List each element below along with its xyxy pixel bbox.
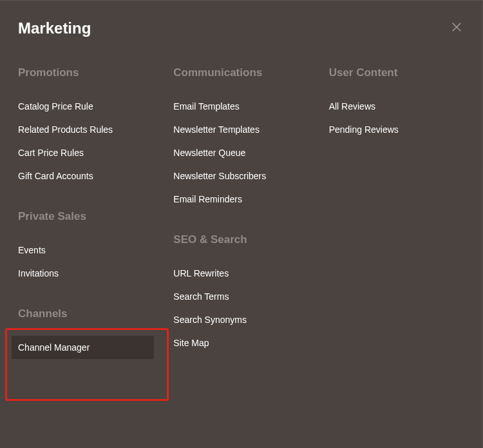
menu-item-events[interactable]: Events bbox=[18, 239, 154, 262]
section-heading-channels: Channels bbox=[18, 307, 154, 320]
menu-item-gift-card-accounts[interactable]: Gift Card Accounts bbox=[18, 164, 154, 188]
section-seo-search: SEO & Search URL Rewrites Search Terms S… bbox=[173, 233, 309, 355]
section-user-content: User Content All Reviews Pending Reviews bbox=[329, 66, 465, 141]
menu-item-search-terms[interactable]: Search Terms bbox=[173, 285, 309, 308]
menu-item-newsletter-templates[interactable]: Newsletter Templates bbox=[173, 118, 309, 141]
close-button[interactable] bbox=[448, 19, 465, 37]
menu-item-email-templates[interactable]: Email Templates bbox=[173, 95, 309, 118]
section-heading-private-sales: Private Sales bbox=[18, 210, 154, 223]
menu-item-all-reviews[interactable]: All Reviews bbox=[329, 95, 465, 118]
section-heading-communications: Communications bbox=[173, 66, 309, 79]
menu-item-search-synonyms[interactable]: Search Synonyms bbox=[173, 308, 309, 331]
panel-title: Marketing bbox=[18, 19, 91, 37]
section-heading-seo-search: SEO & Search bbox=[173, 233, 309, 246]
menu-item-catalog-price-rule[interactable]: Catalog Price Rule bbox=[18, 95, 154, 118]
close-icon bbox=[451, 21, 462, 33]
menu-columns: Promotions Catalog Price Rule Related Pr… bbox=[18, 66, 465, 382]
column-left: Promotions Catalog Price Rule Related Pr… bbox=[18, 66, 154, 382]
menu-item-site-map[interactable]: Site Map bbox=[173, 331, 309, 355]
menu-item-url-rewrites[interactable]: URL Rewrites bbox=[173, 262, 309, 285]
menu-item-newsletter-queue[interactable]: Newsletter Queue bbox=[173, 141, 309, 164]
panel-header: Marketing bbox=[18, 19, 465, 37]
menu-item-email-reminders[interactable]: Email Reminders bbox=[173, 188, 309, 211]
column-right: User Content All Reviews Pending Reviews bbox=[329, 66, 465, 382]
section-channels: Channels Channel Manager bbox=[18, 307, 154, 359]
menu-item-cart-price-rules[interactable]: Cart Price Rules bbox=[18, 141, 154, 164]
marketing-panel: Marketing Promotions Catalog Price Rule … bbox=[0, 0, 483, 448]
column-middle: Communications Email Templates Newslette… bbox=[173, 66, 309, 382]
section-heading-promotions: Promotions bbox=[18, 66, 154, 79]
section-heading-user-content: User Content bbox=[329, 66, 465, 79]
menu-item-invitations[interactable]: Invitations bbox=[18, 262, 154, 285]
menu-item-related-products-rules[interactable]: Related Products Rules bbox=[18, 118, 154, 141]
section-promotions: Promotions Catalog Price Rule Related Pr… bbox=[18, 66, 154, 188]
menu-item-pending-reviews[interactable]: Pending Reviews bbox=[329, 118, 465, 141]
menu-item-channel-manager[interactable]: Channel Manager bbox=[12, 336, 154, 359]
section-communications: Communications Email Templates Newslette… bbox=[173, 66, 309, 211]
section-private-sales: Private Sales Events Invitations bbox=[18, 210, 154, 285]
menu-item-newsletter-subscribers[interactable]: Newsletter Subscribers bbox=[173, 164, 309, 188]
